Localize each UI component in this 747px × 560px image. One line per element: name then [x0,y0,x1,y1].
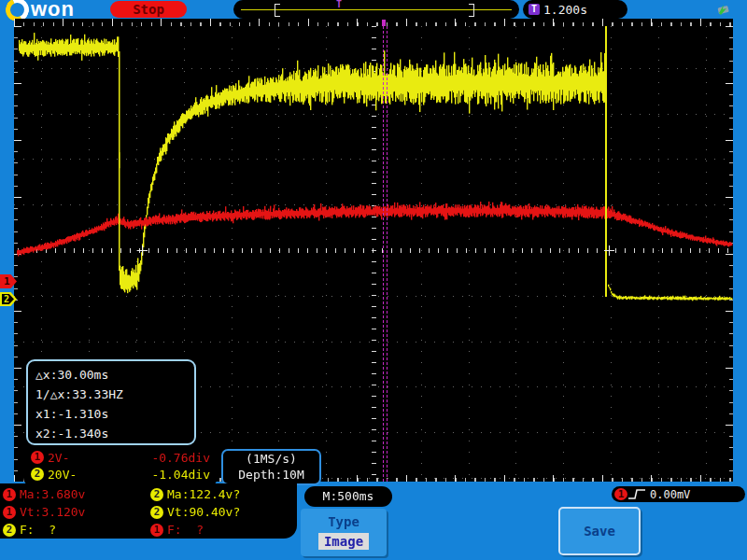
measure-ch2-vtop: 2 Vt:90.40v? [148,503,297,521]
cursor-x2: x2:-1.340s [35,424,194,443]
cursor-inverse-delta-x: 1/△x:33.33HZ [35,385,194,404]
trigger-time-readout: T 1.200s [523,0,627,19]
save-button[interactable]: Save [558,507,641,555]
ch2-scale: 20V- [48,468,77,482]
trigger-time-value: 1.200s [543,3,587,17]
trigger-level-readout: 1 0.00mV [612,486,745,502]
usb-storage-icon [715,2,732,16]
cursor-delta-x: △x:30.00ms [35,365,194,385]
auto-measure-panel: 1 Ma:3.680v 2 Ma:122.4v? 1 Vt:3.120v 2 V… [0,483,297,539]
acquisition-panel: (1MS/s) Depth:10M [221,449,321,485]
trigger-marker-icon: T [336,0,342,9]
view-window-left-bracket-icon [275,4,280,17]
cursor-cross-2 [604,245,614,256]
sample-rate: (1MS/s) [223,451,319,467]
trigger-position-tick [382,20,386,26]
ch1-badge: 1 [31,451,44,464]
measure-ch2-freq: 2 F: ? [0,521,148,539]
timebase-readout: M:500ms [304,486,392,507]
cursor-measure-panel: △x:30.00ms 1/△x:33.33HZ x1:-1.310s x2:-1… [26,359,196,445]
rising-edge-icon [627,488,646,500]
owon-logo-text: won [31,0,75,19]
ch1-info-row: 1 2V- -0.76div [31,449,210,466]
cursor-cross-1 [137,245,148,256]
ch2-info-row: 2 20V- -1.04div [31,466,210,483]
record-position-indicator: T [233,0,519,19]
horizontal-ruler-top [14,19,733,26]
ch1-offset: -0.76div [151,451,210,465]
trigger-source-badge: 1 [614,488,627,500]
menu-type-button[interactable]: Type Image [301,509,387,556]
measure-ch2-max: 2 Ma:122.4v? [148,485,297,503]
trigger-position-line [383,26,388,482]
cursor-x1: x1:-1.310s [35,404,194,424]
top-status-bar: won Stop T T 1.200s [0,0,747,19]
memory-depth: Depth:10M [223,467,319,483]
trigger-t-icon: T [529,4,540,15]
run-state-badge: Stop [110,1,187,18]
measure-ch1-vtop: 1 Vt:3.120v [0,503,148,521]
measure-ch1-freq: 1 F: ? [148,521,297,539]
ch1-scale: 2V- [48,451,69,465]
ch2-badge: 2 [31,468,44,481]
channel-info-panel: 1 2V- -0.76div 2 20V- -1.04div [23,447,218,485]
ch2-offset: -1.04div [151,468,210,482]
owon-logo: won [6,0,75,19]
type-label: Type [301,514,387,529]
measure-ch1-max: 1 Ma:3.680v [0,485,148,503]
trigger-level-value: 0.00mV [650,488,690,501]
oscilloscope-screen: won Stop T T 1.200s 1 2 [0,0,747,560]
type-value-image[interactable]: Image [318,533,369,550]
view-window-right-bracket-icon [469,4,474,17]
